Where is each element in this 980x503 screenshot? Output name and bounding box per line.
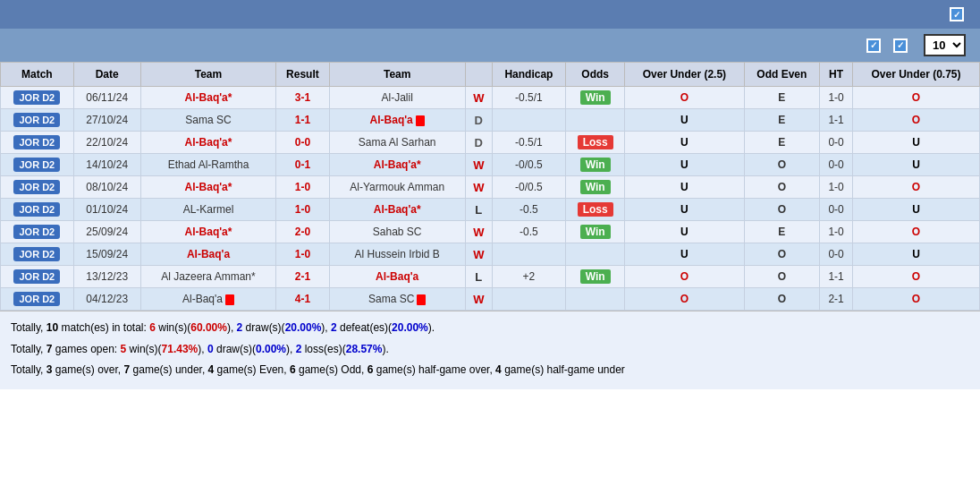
result-link[interactable]: 3-1 [295, 91, 310, 104]
wdl-badge: L [475, 270, 482, 284]
cell-result[interactable]: 2-0 [276, 221, 329, 243]
cell-team1[interactable]: Al-Baq'a* [140, 176, 275, 199]
wdl-badge: D [475, 136, 483, 149]
result-link[interactable]: 1-0 [295, 248, 310, 260]
ou075-value: O [912, 293, 920, 305]
ou075-value: U [912, 203, 920, 216]
ou25-value: U [680, 248, 689, 260]
table-row: JOR D213/12/23Al Jazeera Amman*2-1Al-Baq… [1, 266, 980, 288]
team1-text: AL-Karmel [183, 203, 234, 216]
ou075-value: O [912, 114, 920, 126]
cell-team1[interactable]: Al-Baq'a [140, 243, 275, 266]
cell-result[interactable]: 1-0 [276, 199, 329, 221]
table-row: JOR D227/10/24Sama SC1-1Al-Baq'aDUE1-1O [1, 109, 980, 132]
wdl-badge: L [475, 203, 482, 217]
last-games-select[interactable]: 10 20 30 [924, 34, 966, 56]
ou075-value: U [912, 158, 920, 171]
cell-ou25: U [625, 132, 744, 154]
odds-win: Win [580, 158, 611, 172]
cell-odds: Win [565, 266, 624, 288]
team2-text: Al-Yarmouk Amman [350, 181, 444, 193]
match-badge: JOR D2 [13, 180, 60, 194]
jor-cup-filter[interactable]: ✓ [866, 38, 884, 53]
match-badge: JOR D2 [13, 269, 60, 284]
odd-even-value: O [778, 158, 786, 171]
result-link[interactable]: 1-0 [295, 181, 310, 193]
cell-odd-even: O [744, 288, 820, 311]
cell-match: JOR D2 [1, 221, 74, 243]
jor-d2-filter[interactable]: ✓ [893, 38, 911, 53]
cell-date: 08/10/24 [73, 176, 140, 199]
cell-ou075: O [853, 109, 980, 132]
cell-team2[interactable]: Al-Baq'a [329, 109, 465, 132]
cell-wdl: W [465, 288, 492, 311]
cell-wdl: L [465, 266, 492, 288]
cell-match: JOR D2 [1, 199, 74, 221]
summary-line1: Totally, 10 match(es) in total: 6 win(s)… [11, 319, 969, 338]
red-card-icon [416, 115, 425, 126]
table-header-row: Match Date Team Result Team Handicap Odd… [1, 63, 980, 87]
cell-handicap: -0.5 [492, 221, 565, 243]
table-row: JOR D215/09/24Al-Baq'a1-0Al Hussein Irbi… [1, 243, 980, 266]
team2-link[interactable]: Al-Baq'a [370, 114, 413, 126]
cell-result[interactable]: 0-1 [276, 154, 329, 176]
cell-team2: Al-Jalil [329, 87, 465, 109]
cell-date: 06/11/24 [73, 87, 140, 109]
cell-result[interactable]: 2-1 [276, 266, 329, 288]
col-wdl [465, 63, 492, 87]
result-link[interactable]: 2-1 [295, 270, 310, 283]
page-header: ✓ [0, 0, 980, 29]
cell-team2[interactable]: Al-Baq'a* [329, 199, 465, 221]
match-badge: JOR D2 [13, 135, 60, 149]
col-team2: Team [329, 63, 465, 87]
odds-win: Win [580, 225, 611, 239]
odds-win: Win [580, 269, 611, 284]
cell-team2[interactable]: Al-Baq'a* [329, 154, 465, 176]
cell-match: JOR D2 [1, 109, 74, 132]
cell-match: JOR D2 [1, 266, 74, 288]
cell-ou25: U [625, 199, 744, 221]
team1-link[interactable]: Al-Baq'a* [185, 181, 232, 193]
cell-result[interactable]: 0-0 [276, 132, 329, 154]
odds-loss: Loss [578, 202, 613, 217]
team1-link[interactable]: Al-Baq'a* [185, 91, 232, 104]
display-notes-checkbox[interactable]: ✓ [950, 7, 964, 21]
cell-handicap [492, 243, 565, 266]
result-link[interactable]: 4-1 [295, 293, 310, 305]
team1-link[interactable]: Al-Baq'a* [185, 226, 232, 238]
cell-match: JOR D2 [1, 154, 74, 176]
display-notes-toggle[interactable]: ✓ [950, 7, 969, 21]
cell-team2[interactable]: Al-Baq'a [329, 266, 465, 288]
col-date: Date [73, 63, 140, 87]
cell-team2: Sama SC [329, 288, 465, 311]
result-link[interactable]: 1-1 [295, 114, 310, 126]
cell-team1[interactable]: Al-Baq'a* [140, 221, 275, 243]
cell-result[interactable]: 1-0 [276, 243, 329, 266]
team1-link[interactable]: Al-Baq'a* [185, 136, 232, 149]
match-badge: JOR D2 [13, 247, 60, 261]
result-link[interactable]: 0-0 [295, 136, 310, 149]
last-games-filter: 10 20 30 [920, 34, 969, 56]
result-link[interactable]: 2-0 [295, 226, 310, 238]
team2-link[interactable]: Al-Baq'a* [374, 158, 421, 171]
cell-team1[interactable]: Al-Baq'a* [140, 87, 275, 109]
cell-odds: Win [565, 221, 624, 243]
jor-cup-checkbox[interactable]: ✓ [866, 38, 881, 53]
cell-result[interactable]: 3-1 [276, 87, 329, 109]
team2-link[interactable]: Al-Baq'a* [374, 203, 421, 216]
cell-ou075: U [853, 243, 980, 266]
cell-result[interactable]: 4-1 [276, 288, 329, 311]
cell-result[interactable]: 1-0 [276, 176, 329, 199]
ou25-value: O [680, 270, 689, 283]
team2-link[interactable]: Al-Baq'a [376, 270, 418, 283]
team1-text: Al-Baq'a [182, 293, 223, 305]
odd-even-value: O [778, 293, 786, 305]
result-link[interactable]: 0-1 [295, 158, 310, 171]
jor-d2-checkbox[interactable]: ✓ [893, 38, 908, 53]
cell-date: 27/10/24 [73, 109, 140, 132]
cell-match: JOR D2 [1, 288, 74, 311]
team1-link[interactable]: Al-Baq'a [187, 248, 230, 260]
cell-team1[interactable]: Al-Baq'a* [140, 132, 275, 154]
cell-result[interactable]: 1-1 [276, 109, 329, 132]
result-link[interactable]: 1-0 [295, 203, 310, 216]
